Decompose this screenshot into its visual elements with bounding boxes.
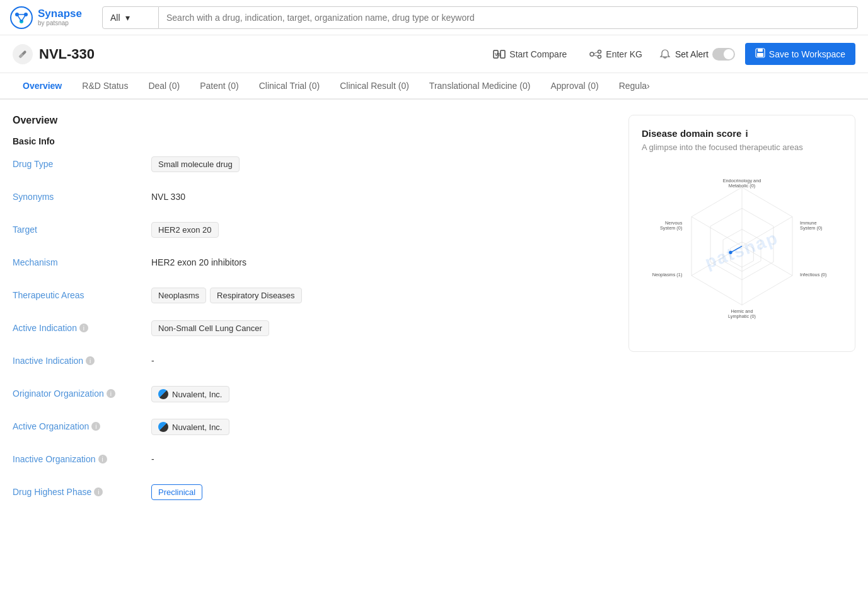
tab-patent[interactable]: Patent (0) [190, 73, 248, 100]
svg-text:Lymphatic (0): Lymphatic (0) [728, 313, 756, 319]
tab-clinical-trial[interactable]: Clinical Trial (0) [249, 73, 330, 100]
svg-line-26 [742, 246, 792, 276]
tab-translational[interactable]: Translational Medicine (0) [419, 73, 541, 100]
svg-point-41 [729, 251, 732, 254]
disease-domain-title-text: Disease domain score [642, 128, 741, 139]
svg-rect-10 [501, 50, 505, 58]
svg-line-16 [594, 55, 598, 57]
target-value: HER2 exon 20 [151, 222, 613, 238]
svg-rect-18 [758, 49, 763, 52]
left-panel: Overview Basic Info Drug Type Small mole… [13, 115, 613, 517]
synonyms-text: NVL 330 [151, 189, 185, 202]
active-org-name: Nuvalent, Inc. [172, 423, 223, 432]
active-org-value: Nuvalent, Inc. [151, 419, 613, 435]
drug-icon [13, 44, 33, 64]
svg-point-13 [598, 50, 601, 53]
svg-line-15 [594, 52, 598, 54]
originator-org-icon [158, 389, 168, 399]
enter-kg-button[interactable]: Enter KG [583, 44, 649, 64]
tab-overview[interactable]: Overview [13, 73, 72, 100]
pill-icon [17, 49, 28, 60]
header-actions: VS Start Compare Enter KG [487, 43, 855, 65]
drug-type-label: Drug Type [13, 156, 151, 169]
set-alert-area: Set Alert [659, 48, 735, 61]
target-label: Target [13, 222, 151, 235]
disease-domain-card: Disease domain score i A glimpse into th… [628, 115, 855, 352]
field-originator-org: Originator Organization i Nuvalent, Inc. [13, 386, 613, 406]
svg-text:Infectious (0): Infectious (0) [800, 272, 826, 277]
therapeutic-area-neoplasms: Neoplasms [151, 288, 206, 303]
disease-domain-subtitle: A glimpse into the focused therapeutic a… [642, 143, 842, 152]
field-mechanism: Mechanism HER2 exon 20 inhibitors [13, 255, 613, 275]
search-input-wrap [159, 6, 858, 29]
active-indication-value: Non-Small Cell Lung Cancer [151, 320, 613, 336]
tab-clinical-result[interactable]: Clinical Result (0) [330, 73, 419, 100]
search-category-dropdown[interactable]: All ▾ [102, 6, 159, 29]
logo: Synapse by patsnap [10, 6, 92, 29]
svg-point-14 [598, 55, 601, 58]
target-tag[interactable]: HER2 exon 20 [151, 222, 219, 238]
overview-section-title: Overview [13, 115, 613, 126]
originator-org-name: Nuvalent, Inc. [172, 390, 223, 399]
drug-highest-phase-label: Drug Highest Phase i [13, 484, 151, 497]
alert-icon [659, 48, 671, 61]
active-org-label: Active Organization i [13, 419, 151, 431]
tab-deal[interactable]: Deal (0) [138, 73, 190, 100]
active-indication-info-icon[interactable]: i [79, 324, 88, 332]
start-compare-label: Start Compare [509, 49, 567, 59]
drug-highest-phase-value: Preclinical [151, 484, 613, 500]
radar-chart-container: patsnap [642, 162, 842, 339]
inactive-org-info-icon[interactable]: i [98, 455, 107, 464]
enter-kg-label: Enter KG [606, 49, 642, 59]
drug-highest-phase-info-icon[interactable]: i [94, 487, 103, 496]
svg-text:System (0): System (0) [660, 225, 682, 231]
search-input[interactable] [166, 13, 850, 23]
field-synonyms: Synonyms NVL 330 [13, 189, 613, 209]
field-inactive-indication: Inactive Indication i - [13, 353, 613, 373]
mechanism-label: Mechanism [13, 255, 151, 267]
originator-org-tag[interactable]: Nuvalent, Inc. [151, 386, 229, 402]
tab-regula[interactable]: Regula› [609, 73, 660, 100]
inactive-indication-info-icon[interactable]: i [86, 356, 95, 365]
svg-line-5 [17, 15, 21, 21]
active-org-info-icon[interactable]: i [91, 422, 100, 431]
field-drug-highest-phase: Drug Highest Phase i Preclinical [13, 484, 613, 504]
field-target: Target HER2 exon 20 [13, 222, 613, 242]
svg-text:VS: VS [495, 52, 501, 57]
alert-toggle-switch[interactable] [712, 48, 735, 61]
save-to-workspace-button[interactable]: Save to Workspace [745, 43, 855, 65]
top-navigation: Synapse by patsnap All ▾ [0, 0, 868, 35]
field-inactive-org: Inactive Organization i - [13, 452, 613, 472]
field-drug-type: Drug Type Small molecule drug [13, 156, 613, 177]
field-therapeutic-areas: Therapeutic Areas Neoplasms Respiratory … [13, 288, 613, 308]
set-alert-label: Set Alert [675, 49, 709, 59]
main-tabs: Overview R&D Status Deal (0) Patent (0) … [0, 73, 868, 100]
tab-more-icon: › [647, 81, 650, 91]
drug-name-title: NVL-330 [39, 46, 487, 62]
originator-org-info-icon[interactable]: i [107, 389, 115, 398]
drug-header: NVL-330 VS Start Compare [0, 35, 868, 73]
start-compare-button[interactable]: VS Start Compare [487, 44, 573, 64]
inactive-indication-dash: - [151, 353, 154, 366]
originator-org-label: Originator Organization i [13, 386, 151, 399]
tab-approval[interactable]: Approval (0) [540, 73, 608, 100]
active-indication-tag: Non-Small Cell Lung Cancer [151, 320, 269, 336]
active-org-tag[interactable]: Nuvalent, Inc. [151, 419, 229, 435]
logo-sub-label: by patsnap [38, 20, 82, 26]
active-indication-label: Active Indication i [13, 320, 151, 333]
kg-icon [589, 48, 602, 61]
disease-domain-info-icon[interactable]: i [745, 128, 748, 139]
tab-rd-status[interactable]: R&D Status [72, 73, 138, 100]
therapeutic-areas-label: Therapeutic Areas [13, 288, 151, 300]
field-active-org: Active Organization i Nuvalent, Inc. [13, 419, 613, 439]
originator-org-value: Nuvalent, Inc. [151, 386, 613, 402]
inactive-org-value: - [151, 452, 613, 464]
inactive-indication-label: Inactive Indication i [13, 353, 151, 366]
radar-chart-svg: Endocrinology and Metabolic (0) Immune S… [642, 162, 842, 339]
svg-text:Neoplasms (1): Neoplasms (1) [652, 272, 683, 277]
basic-info-title: Basic Info [13, 136, 613, 146]
synapse-logo-icon [10, 6, 33, 29]
drug-highest-phase-tag: Preclinical [151, 484, 202, 500]
therapeutic-areas-value: Neoplasms Respiratory Diseases [151, 288, 613, 303]
svg-line-6 [21, 15, 26, 21]
